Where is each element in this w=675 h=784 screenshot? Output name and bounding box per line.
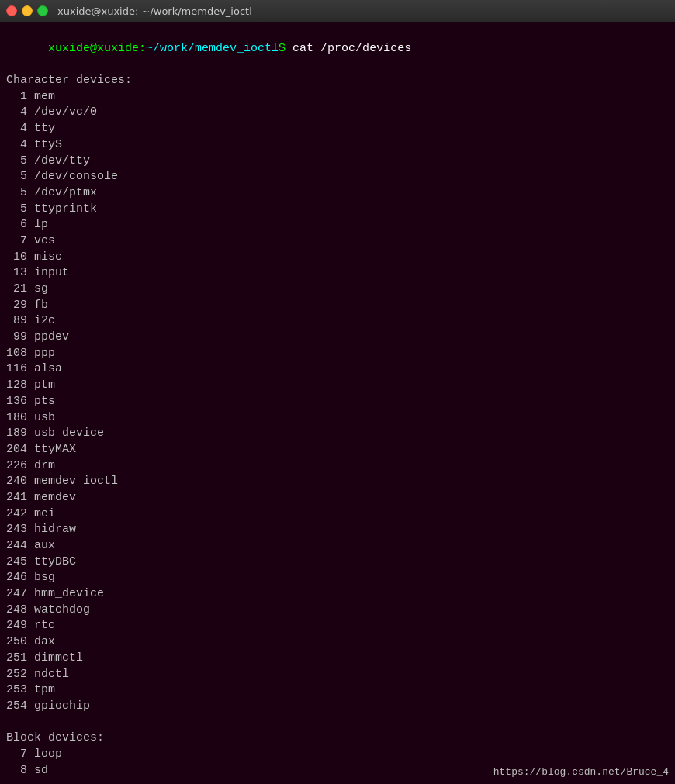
device-number: 1 <box>6 90 27 103</box>
device-name: memdev_ioctl <box>34 475 118 488</box>
minimize-button[interactable] <box>22 5 33 16</box>
terminal-window: xuxide@xuxide: ~/work/memdev_ioctl xuxid… <box>0 0 675 784</box>
device-name: dimmctl <box>34 651 83 665</box>
char-device-row: 246 bsg <box>6 570 669 586</box>
char-device-row: 244 aux <box>6 538 669 554</box>
device-number: 180 <box>6 411 27 424</box>
device-number: 241 <box>6 491 27 504</box>
device-number: 116 <box>6 362 27 375</box>
prompt-user: xuxide@xuxide <box>48 42 139 55</box>
char-device-row: 5 ttyprintk <box>6 202 669 218</box>
char-device-row: 10 misc <box>6 250 669 266</box>
device-name: ttyMAX <box>34 443 76 456</box>
char-device-row: 250 dax <box>6 634 669 651</box>
char-device-row: 116 alsa <box>6 361 669 378</box>
char-devices-list: 1 mem 4 /dev/vc/0 4 tty 4 ttyS 5 /dev/tt… <box>6 89 669 715</box>
device-number: 242 <box>6 507 27 520</box>
device-name: dax <box>34 635 55 648</box>
prompt-separator: : <box>139 42 146 55</box>
device-name: ppdev <box>34 330 69 344</box>
device-number: 5 <box>6 170 27 183</box>
device-name: aux <box>34 539 55 552</box>
prompt-path: ~/work/memdev_ioctl <box>146 42 279 55</box>
device-number: 4 <box>6 105 27 119</box>
device-number: 240 <box>6 475 27 488</box>
device-name: /dev/console <box>34 170 118 183</box>
device-number: 21 <box>6 282 27 295</box>
device-name: drm <box>34 459 55 472</box>
device-number: 247 <box>6 587 27 600</box>
maximize-button[interactable] <box>37 5 48 16</box>
char-device-row: 204 ttyMAX <box>6 442 669 458</box>
device-name: bsg <box>34 571 55 584</box>
device-number: 250 <box>6 635 27 648</box>
char-device-row: 13 input <box>6 265 669 281</box>
device-number: 13 <box>6 266 27 279</box>
device-number: 7 <box>6 748 27 761</box>
char-device-row: 6 lp <box>6 217 669 233</box>
char-device-row: 247 hmm_device <box>6 586 669 603</box>
char-device-row: 4 ttyS <box>6 137 669 154</box>
device-number: 89 <box>6 314 27 327</box>
device-number: 4 <box>6 138 27 151</box>
device-name: watchdog <box>34 603 90 616</box>
char-device-row: 5 /dev/tty <box>6 154 669 170</box>
char-device-row: 89 i2c <box>6 313 669 330</box>
device-number: 10 <box>6 250 27 264</box>
char-device-row: 108 ppp <box>6 346 669 362</box>
device-number: 5 <box>6 186 27 199</box>
device-name: ttyS <box>34 138 62 151</box>
device-name: i2c <box>34 314 55 327</box>
device-name: ttyprintk <box>34 202 97 216</box>
char-device-row: 180 usb <box>6 410 669 427</box>
char-device-row: 226 drm <box>6 458 669 475</box>
device-name: vcs <box>34 234 55 247</box>
char-device-row: 5 /dev/console <box>6 169 669 185</box>
char-device-row: 29 fb <box>6 298 669 314</box>
char-device-row: 248 watchdog <box>6 603 669 619</box>
char-device-row: 1 mem <box>6 89 669 105</box>
device-name: /dev/vc/0 <box>34 105 97 119</box>
blank-line <box>6 715 669 731</box>
device-number: 108 <box>6 347 27 360</box>
device-number: 253 <box>6 683 27 696</box>
char-devices-heading: Character devices: <box>6 73 669 89</box>
device-number: 251 <box>6 651 27 665</box>
device-name: misc <box>34 250 62 264</box>
device-name: input <box>34 266 69 279</box>
prompt-line: xuxide@xuxide:~/work/memdev_ioctl$ cat /… <box>6 25 669 73</box>
device-name: hidraw <box>34 523 76 536</box>
device-name: mem <box>34 90 55 103</box>
device-name: fb <box>34 299 48 312</box>
device-name: hmm_device <box>34 587 104 600</box>
device-name: sd <box>34 764 48 777</box>
device-name: ptm <box>34 378 55 392</box>
window-title: xuxide@xuxide: ~/work/memdev_ioctl <box>57 5 252 17</box>
device-name: ppp <box>34 347 55 360</box>
close-button[interactable] <box>6 5 17 16</box>
char-device-row: 21 sg <box>6 281 669 298</box>
device-name: sg <box>34 282 48 295</box>
device-number: 128 <box>6 378 27 392</box>
char-device-row: 251 dimmctl <box>6 651 669 667</box>
device-name: loop <box>34 748 62 761</box>
title-bar: xuxide@xuxide: ~/work/memdev_ioctl <box>0 0 675 22</box>
char-device-row: 253 tpm <box>6 682 669 699</box>
char-device-row: 4 tty <box>6 121 669 137</box>
device-number: 252 <box>6 668 27 681</box>
device-number: 7 <box>6 234 27 247</box>
char-device-row: 5 /dev/ptmx <box>6 185 669 202</box>
device-number: 226 <box>6 459 27 472</box>
char-device-row: 249 rtc <box>6 618 669 634</box>
device-name: mei <box>34 507 55 520</box>
device-number: 249 <box>6 619 27 632</box>
char-device-row: 4 /dev/vc/0 <box>6 105 669 121</box>
terminal-body: xuxide@xuxide:~/work/memdev_ioctl$ cat /… <box>0 22 675 784</box>
device-name: pts <box>34 395 55 408</box>
device-number: 243 <box>6 523 27 536</box>
char-device-row: 254 gpiochip <box>6 699 669 715</box>
device-number: 254 <box>6 699 27 713</box>
device-number: 8 <box>6 764 27 777</box>
char-device-row: 252 ndctl <box>6 667 669 683</box>
device-name: usb <box>34 411 55 424</box>
